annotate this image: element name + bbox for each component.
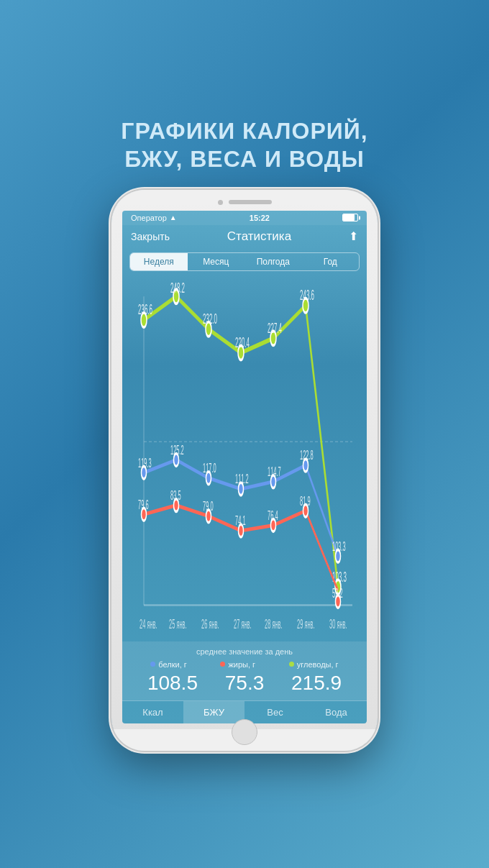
tab-kcal[interactable]: Ккал (122, 701, 183, 723)
phone-top-bezel (111, 190, 378, 205)
legend-item-carbs: углеводы, г (289, 660, 339, 669)
status-bar: Оператор ▲ 15:22 (122, 211, 367, 225)
svg-text:30 янв.: 30 янв. (329, 616, 347, 631)
carbs-value: 215.9 (291, 672, 342, 695)
svg-text:27 янв.: 27 янв. (234, 616, 252, 631)
legend-subtitle: среднее значение за день (134, 647, 355, 656)
legend-area: среднее значение за день белки, г жиры, … (122, 641, 367, 700)
svg-text:114.7: 114.7 (268, 464, 281, 479)
svg-text:111.2: 111.2 (235, 471, 249, 486)
screen-title: Статистика (227, 229, 291, 244)
carrier-text: Оператор ▲ (131, 214, 177, 222)
protein-dot (150, 662, 155, 667)
svg-text:29 янв.: 29 янв. (297, 616, 315, 631)
legend-item-fat: жиры, г (220, 660, 255, 669)
segment-control: Неделя Месяц Полгода Год (129, 252, 360, 271)
wifi-icon: ▲ (170, 214, 177, 221)
segment-month[interactable]: Месяц (188, 253, 245, 270)
svg-text:232.0: 232.0 (203, 311, 217, 326)
close-button[interactable]: Закрыть (131, 231, 170, 242)
nav-bar: Закрыть Статистика ⬆ (122, 225, 367, 248)
svg-text:83.5: 83.5 (170, 488, 181, 503)
chart-svg: 236.6 248.2 232.0 220.4 227.4 243.6 103.… (129, 278, 360, 641)
svg-text:74.1: 74.1 (235, 513, 246, 528)
svg-text:243.6: 243.6 (300, 287, 314, 303)
svg-text:26 янв.: 26 янв. (201, 616, 219, 631)
legend-row: белки, г жиры, г углеводы, г (134, 660, 355, 669)
svg-text:119.3: 119.3 (138, 454, 152, 470)
screen: Оператор ▲ 15:22 Закрыть Статистика ⬆ Не… (122, 211, 367, 723)
svg-text:227.4: 227.4 (268, 319, 282, 335)
svg-text:79.6: 79.6 (138, 496, 149, 511)
speaker (229, 200, 272, 204)
phone: Оператор ▲ 15:22 Закрыть Статистика ⬆ Не… (111, 190, 378, 751)
svg-text:79.0: 79.0 (203, 498, 214, 513)
protein-label: белки, г (158, 660, 186, 669)
tab-bju[interactable]: БЖУ (183, 701, 244, 723)
segment-year[interactable]: Год (302, 253, 360, 270)
svg-text:24 янв.: 24 янв. (140, 616, 157, 631)
home-button[interactable] (232, 719, 257, 745)
svg-text:248.2: 248.2 (170, 280, 185, 296)
svg-text:28 янв.: 28 янв. (265, 616, 283, 631)
carbs-label: углеводы, г (297, 660, 339, 669)
fat-dot (220, 662, 225, 667)
values-row: 108.5 75.3 215.9 (134, 672, 355, 695)
protein-value: 108.5 (147, 672, 198, 695)
svg-text:25 янв.: 25 янв. (169, 616, 187, 631)
fat-value: 75.3 (225, 672, 265, 695)
svg-text:236.6: 236.6 (138, 301, 152, 317)
svg-text:76.4: 76.4 (268, 508, 278, 523)
svg-text:125.2: 125.2 (170, 442, 184, 457)
camera-dot (218, 200, 223, 205)
svg-text:81.9: 81.9 (300, 493, 311, 508)
share-button[interactable]: ⬆ (349, 229, 358, 243)
svg-text:59.2: 59.2 (332, 585, 343, 600)
page-title: ГРАФИКИ КАЛОРИЙ, БЖУ, ВЕСА И ВОДЫ (121, 117, 367, 173)
battery-indicator (342, 214, 358, 221)
svg-text:122.8: 122.8 (300, 447, 314, 462)
status-time: 15:22 (250, 214, 270, 222)
fat-label: жиры, г (228, 660, 255, 669)
legend-item-protein: белки, г (150, 660, 186, 669)
chart-area: 236.6 248.2 232.0 220.4 227.4 243.6 103.… (129, 278, 360, 641)
segment-halfyear[interactable]: Полгода (244, 253, 302, 270)
segment-week[interactable]: Неделя (130, 253, 188, 270)
svg-text:103.3: 103.3 (332, 539, 346, 554)
phone-bottom-bezel (111, 729, 378, 751)
svg-text:117.0: 117.0 (203, 460, 216, 475)
tab-water[interactable]: Вода (306, 701, 367, 723)
tab-weight[interactable]: Вес (244, 701, 306, 723)
carbs-dot (289, 662, 294, 667)
svg-text:220.4: 220.4 (235, 334, 250, 350)
